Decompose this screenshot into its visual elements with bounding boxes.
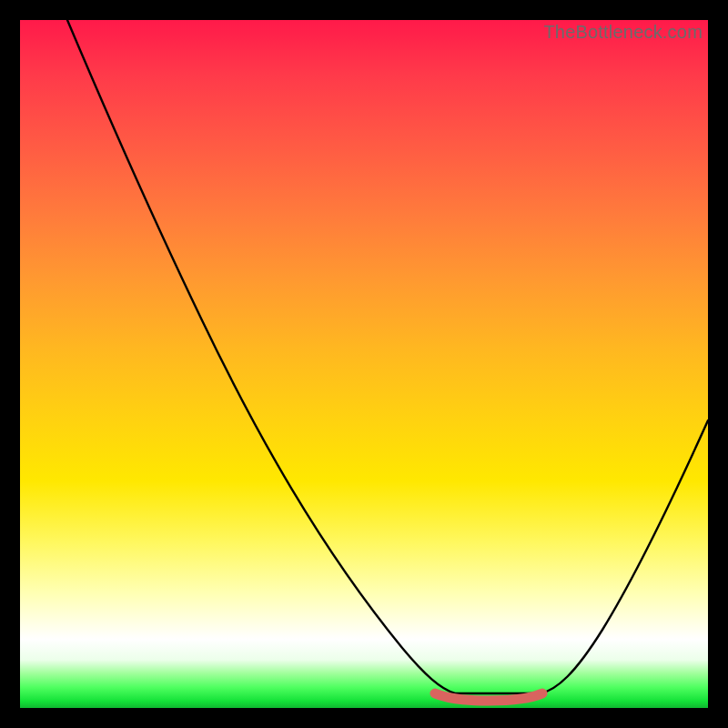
bottleneck-curve: [67, 20, 708, 693]
chart-frame: TheBottleneck.com: [0, 0, 728, 728]
chart-svg: [20, 20, 708, 708]
chart-plot-area: TheBottleneck.com: [20, 20, 708, 708]
watermark-text: TheBottleneck.com: [543, 22, 703, 43]
